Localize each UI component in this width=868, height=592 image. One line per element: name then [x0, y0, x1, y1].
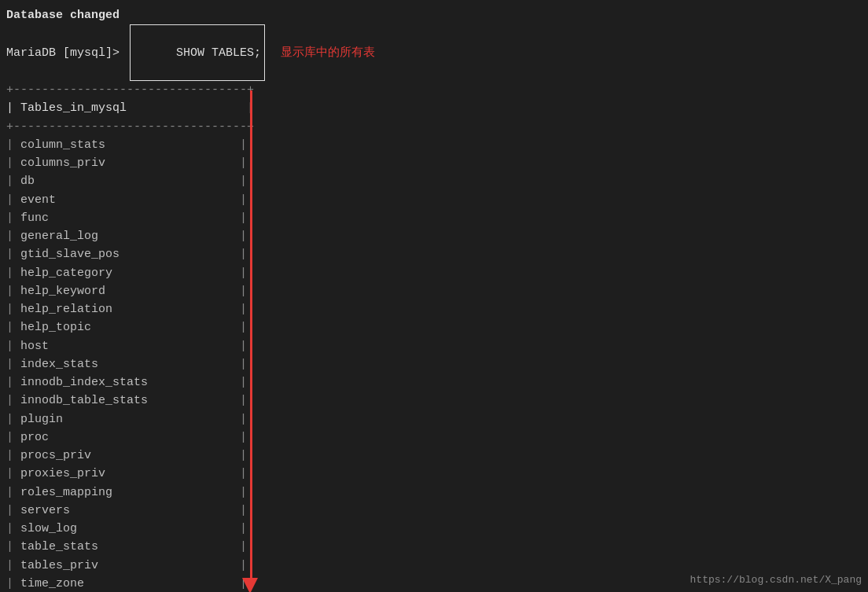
- db-changed-text: Database changed: [6, 6, 120, 24]
- pipe-right: |: [240, 373, 247, 392]
- prompt-text: MariaDB [mysql]>: [6, 44, 120, 62]
- table-name: plugin: [20, 410, 240, 428]
- table-name: event: [20, 191, 240, 209]
- pipe-left: |: [6, 447, 20, 465]
- table-row: | slow_log |: [0, 520, 868, 538]
- table-name: index_stats: [20, 355, 240, 373]
- pipe-right: |: [240, 447, 247, 465]
- table-row: | table_stats |: [0, 538, 868, 556]
- pipe-right: |: [240, 502, 247, 520]
- pipe-left: |: [6, 465, 20, 483]
- command-text: SHOW TABLES;: [176, 46, 261, 60]
- table-name: roles_mapping: [20, 484, 240, 502]
- pipe-right: |: [240, 318, 247, 336]
- table-name: help_relation: [20, 300, 240, 318]
- table-name: procs_priv: [20, 447, 240, 465]
- table-row: | db |: [0, 172, 868, 190]
- table-name: table_stats: [20, 538, 240, 556]
- pipe-left: |: [6, 264, 20, 282]
- pipe-left: |: [6, 245, 20, 263]
- pipe-left: |: [6, 154, 20, 172]
- table-name: help_topic: [20, 318, 240, 336]
- pipe-left: |: [6, 428, 20, 447]
- pipe-right: |: [240, 520, 247, 538]
- header-text: | Tables_in_mysql |: [6, 99, 254, 117]
- pipe-right: |: [240, 154, 247, 172]
- pipe-left: |: [6, 575, 20, 592]
- table-row: | host |: [0, 337, 868, 355]
- pipe-left: |: [6, 355, 20, 373]
- sep-mid-text: +---------------------------------+: [6, 118, 254, 136]
- table-name: time_zone: [20, 575, 240, 592]
- table-row: | columns_priv |: [0, 154, 868, 172]
- prompt-line: MariaDB [mysql]> SHOW TABLES; 显示库中的所有表: [0, 24, 868, 81]
- pipe-right: |: [240, 227, 247, 245]
- table-row: | tables_priv |: [0, 557, 868, 575]
- pipe-left: |: [6, 209, 20, 227]
- table-name: proc: [20, 428, 240, 447]
- pipe-right: |: [240, 428, 247, 447]
- table-row: | proc |: [0, 428, 868, 447]
- pipe-left: |: [6, 484, 20, 502]
- pipe-left: |: [6, 318, 20, 336]
- separator-top: +---------------------------------+: [0, 81, 868, 99]
- pipe-right: |: [240, 191, 247, 209]
- table-row: | help_keyword |: [0, 282, 868, 300]
- table-row: | func |: [0, 209, 868, 227]
- table-row: | general_log |: [0, 227, 868, 245]
- table-name: columns_priv: [20, 154, 240, 172]
- table-row: | column_stats |: [0, 136, 868, 154]
- pipe-right: |: [240, 245, 247, 263]
- pipe-right: |: [240, 465, 247, 483]
- table-name: func: [20, 209, 240, 227]
- table-row: | innodb_table_stats |: [0, 392, 868, 410]
- separator-mid: +---------------------------------+: [0, 118, 868, 136]
- db-changed-line: Database changed: [0, 6, 868, 24]
- pipe-left: |: [6, 300, 20, 318]
- pipe-right: |: [240, 282, 247, 300]
- table-row: | proxies_priv |: [0, 465, 868, 483]
- pipe-left: |: [6, 520, 20, 538]
- pipe-left: |: [6, 337, 20, 355]
- table-header: | Tables_in_mysql |: [0, 99, 868, 117]
- table-name: tables_priv: [20, 557, 240, 575]
- pipe-right: |: [240, 172, 247, 190]
- pipe-left: |: [6, 136, 20, 154]
- table-row: | help_topic |: [0, 318, 868, 336]
- terminal: Database changed MariaDB [mysql]> SHOW T…: [0, 0, 868, 592]
- command-box: SHOW TABLES;: [130, 24, 265, 81]
- table-name: help_category: [20, 264, 240, 282]
- pipe-left: |: [6, 172, 20, 190]
- pipe-left: |: [6, 392, 20, 410]
- pipe-left: |: [6, 373, 20, 392]
- table-name: slow_log: [20, 520, 240, 538]
- table-row: | help_category |: [0, 264, 868, 282]
- pipe-right: |: [240, 337, 247, 355]
- pipe-left: |: [6, 227, 20, 245]
- table-row: | help_relation |: [0, 300, 868, 318]
- pipe-left: |: [6, 410, 20, 428]
- comment-text: 显示库中的所有表: [281, 44, 375, 62]
- table-row: | gtid_slave_pos |: [0, 245, 868, 263]
- pipe-right: |: [240, 355, 247, 373]
- table-row: | servers |: [0, 502, 868, 520]
- table-name: innodb_table_stats: [20, 392, 240, 410]
- pipe-left: |: [6, 502, 20, 520]
- table-name: help_keyword: [20, 282, 240, 300]
- pipe-right: |: [240, 136, 247, 154]
- pipe-right: |: [240, 209, 247, 227]
- pipe-left: |: [6, 191, 20, 209]
- table-name: gtid_slave_pos: [20, 245, 240, 263]
- pipe-right: |: [240, 392, 247, 410]
- table-row: | index_stats |: [0, 355, 868, 373]
- pipe-left: |: [6, 538, 20, 556]
- table-row: | event |: [0, 191, 868, 209]
- watermark-text: https://blog.csdn.net/X_pang: [690, 574, 862, 586]
- table-row: | procs_priv |: [0, 447, 868, 465]
- table-name: proxies_priv: [20, 465, 240, 483]
- pipe-left: |: [6, 557, 20, 575]
- table-row: | roles_mapping |: [0, 484, 868, 502]
- table-name: host: [20, 337, 240, 355]
- pipe-left: |: [6, 282, 20, 300]
- pipe-right: |: [240, 410, 247, 428]
